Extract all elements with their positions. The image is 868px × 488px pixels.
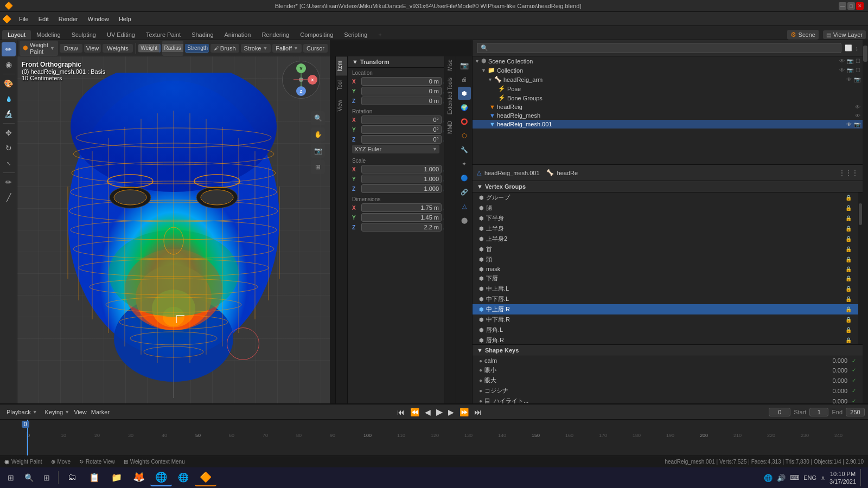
grid-icon[interactable]: ⊞ xyxy=(311,160,325,174)
vg-上半身[interactable]: ⬢上半身🔒 xyxy=(473,223,858,234)
gizmo-y-top[interactable]: Y xyxy=(296,63,306,73)
dim-z-input[interactable] xyxy=(361,223,442,232)
vg-中下唇L[interactable]: ⬢中下唇.L🔒 xyxy=(473,294,858,304)
strength-field[interactable]: Strength 1.000 xyxy=(185,44,208,53)
menu-render[interactable]: Render xyxy=(54,15,82,23)
menu-help[interactable]: Help xyxy=(114,15,136,23)
zoom-icon[interactable]: 🔍 xyxy=(311,111,325,125)
vg-唇角R[interactable]: ⬢唇角.R🔒 xyxy=(473,335,858,344)
next-keyframe-btn[interactable]: ▶ xyxy=(446,408,456,416)
vg-首[interactable]: ⬢首🔒 xyxy=(473,244,858,254)
prop-icon-modifier[interactable]: 🔧 xyxy=(458,143,471,156)
navigation-gizmo[interactable]: Y X Z xyxy=(282,61,326,104)
rotation-mode-selector[interactable]: XYZ Euler ▼ xyxy=(352,145,439,153)
filter-icon[interactable]: ⬜ xyxy=(845,44,852,52)
weight-field[interactable]: Weight 0.230 xyxy=(138,44,160,53)
view-layer-options[interactable]: ▤ View Layer xyxy=(823,30,866,39)
prop-icon-view-layer[interactable]: ⬢ xyxy=(458,87,471,100)
tab-uv-editing[interactable]: UV Editing xyxy=(101,30,141,40)
sk-コジシナ[interactable]: ● コジシナ 0.000 ✓ xyxy=(473,386,863,396)
tab-animation[interactable]: Animation xyxy=(219,30,257,40)
vg-グループ[interactable]: ⬢グループ🔒 xyxy=(473,192,858,203)
app-chrome[interactable]: 🌐 xyxy=(150,469,172,486)
dim-x-input[interactable] xyxy=(361,203,442,212)
falloff-selector[interactable]: Falloff ▼ xyxy=(272,44,302,53)
play-btn[interactable]: ▶ xyxy=(435,407,444,417)
scene-collection-item[interactable]: ▼ ⬢ Scene Collection 👁 📷 ☐ xyxy=(473,56,863,66)
vg-唇角L[interactable]: ⬢唇角.L🔒 xyxy=(473,325,858,335)
tab-modeling[interactable]: Modeling xyxy=(31,30,66,40)
vg-中上唇L[interactable]: ⬢中上唇.L🔒 xyxy=(473,284,858,294)
tab-scripting[interactable]: Scripting xyxy=(339,30,373,40)
search-btn[interactable]: 🔍 xyxy=(20,469,37,486)
start-frame-input[interactable] xyxy=(809,408,828,416)
prop-icon-output[interactable]: 🖨 xyxy=(458,73,471,86)
vg-上半身2[interactable]: ⬢上半身2🔒 xyxy=(473,234,858,244)
keyboard-icon[interactable]: ⌨ xyxy=(790,474,799,481)
vg-中上唇R-selected[interactable]: ⬢中上唇.R🔒 xyxy=(473,304,858,314)
gizmo-z-front[interactable]: Z xyxy=(296,86,306,96)
gizmo-x-right[interactable]: X xyxy=(308,75,317,85)
tab-rendering[interactable]: Rendering xyxy=(256,30,295,40)
maximize-btn[interactable]: □ xyxy=(847,2,855,10)
sk-眼大[interactable]: ● 眼大 0.000 ✓ xyxy=(473,375,863,386)
radius-field[interactable]: Radius 30 px xyxy=(162,41,184,56)
transform-header[interactable]: ▼Transform xyxy=(348,56,444,68)
prop-icon-particles[interactable]: ✦ xyxy=(458,157,471,170)
tool-sample-weight[interactable]: 💧 xyxy=(2,92,16,106)
vg-頭[interactable]: ⬢頭🔒 xyxy=(473,254,858,265)
n-tab-tool[interactable]: Tool xyxy=(336,76,347,94)
tab-sculpting[interactable]: Sculpting xyxy=(66,30,101,40)
vg-腸[interactable]: ⬢腸🔒 xyxy=(473,203,858,213)
tool-blur[interactable]: ◉ xyxy=(2,57,16,72)
sk-eye-highlight[interactable]: ● 目_ハイライト... 0.000 ✓ xyxy=(473,396,863,403)
marker-menu[interactable]: Marker xyxy=(91,409,110,415)
prop-icon-scene[interactable]: 🌍 xyxy=(458,101,471,114)
scale-y-input[interactable] xyxy=(361,175,442,183)
prop-icon-render[interactable]: 📷 xyxy=(458,59,471,72)
end-frame-input[interactable] xyxy=(846,408,865,416)
mmd-tab-mmd[interactable]: MMD xyxy=(446,118,454,137)
app-blender[interactable]: 🔶 xyxy=(195,469,216,486)
tool-rotate[interactable]: ↻ xyxy=(2,141,16,155)
hand-icon[interactable]: ✋ xyxy=(311,127,325,142)
sort-icon[interactable]: ↕ xyxy=(856,45,859,52)
app-firefox[interactable]: 🦊 xyxy=(128,469,150,486)
vg-下半身[interactable]: ⬢下半身🔒 xyxy=(473,213,858,223)
tool-move[interactable]: ✥ xyxy=(2,126,16,140)
outliner-headreig-arm[interactable]: ▼ 🦴 headReig_arm 👁📷 xyxy=(473,75,863,84)
prop-icon-constraints[interactable]: 🔗 xyxy=(458,185,471,198)
view-btn[interactable]: View xyxy=(84,44,101,53)
loc-y-input[interactable] xyxy=(361,87,442,95)
app-folder[interactable]: 📁 xyxy=(106,469,127,486)
start-btn[interactable]: ⊞ xyxy=(2,469,20,486)
tab-compositing[interactable]: Compositing xyxy=(295,30,339,40)
tool-scale[interactable]: ⤡ xyxy=(2,156,16,170)
prev-frame-btn[interactable]: ⏪ xyxy=(409,408,421,416)
current-frame-input[interactable] xyxy=(769,408,790,416)
scale-z-input[interactable] xyxy=(361,184,442,193)
prop-icon-object[interactable]: ⬡ xyxy=(458,129,471,142)
camera-icon[interactable]: 📷 xyxy=(311,144,325,158)
brush-selector[interactable]: 🖌 Brush xyxy=(210,44,239,53)
scale-x-input[interactable] xyxy=(361,165,442,174)
add-workspace-btn[interactable]: + xyxy=(373,30,387,40)
mmd-tab-extended[interactable]: Extended Tools xyxy=(446,74,454,118)
tab-texture-paint[interactable]: Texture Paint xyxy=(141,30,186,40)
outliner-headreig-mesh-001[interactable]: ▼ headReig_mesh.001 👁 📷 xyxy=(473,120,863,129)
first-frame-btn[interactable]: ⏮ xyxy=(395,408,406,416)
tool-annotate-line[interactable]: ╱ xyxy=(2,190,16,204)
tool-annotate[interactable]: ✏ xyxy=(2,175,16,189)
vg-下唇[interactable]: ⬢下唇🔒 xyxy=(473,273,858,284)
language-indicator[interactable]: ENG xyxy=(803,474,816,481)
playback-menu[interactable]: Playback ▼ xyxy=(3,408,41,416)
network-icon[interactable]: 🌐 xyxy=(764,474,773,482)
tool-eyedropper[interactable]: 🔬 xyxy=(2,107,16,121)
dim-y-input[interactable] xyxy=(361,213,442,222)
rot-y-input[interactable] xyxy=(361,125,442,134)
app-chrome2[interactable]: 🌐 xyxy=(173,469,194,486)
tool-gradient[interactable]: 🎨 xyxy=(2,76,16,91)
app-notepad[interactable]: 📋 xyxy=(84,469,105,486)
loc-x-input[interactable] xyxy=(361,77,442,86)
view-menu[interactable]: Draw xyxy=(60,44,82,53)
